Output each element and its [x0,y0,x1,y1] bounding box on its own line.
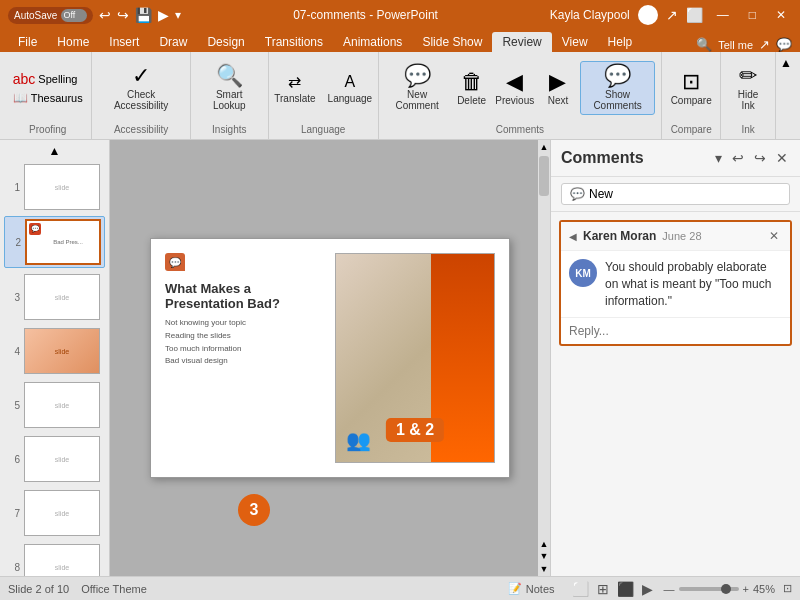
comments-prev-icon[interactable]: ↩ [730,148,746,168]
comments-content: 💬 New Comment 🗑 Delete ◀ Previous ▶ Next… [385,56,656,120]
hide-ink-label: Hide Ink [732,89,764,111]
spelling-label: Spelling [38,73,77,85]
comments-collapse-icon[interactable]: ▾ [713,148,724,168]
reading-view-btn[interactable]: ⬛ [614,580,637,598]
show-comments-btn[interactable]: 💬 Show Comments [580,61,655,115]
autosave-badge[interactable]: AutoSave Off [8,7,93,24]
comment-body: KM You should probably elaborate on what… [561,251,790,317]
tab-slideshow[interactable]: Slide Show [412,32,492,52]
slide-img-8[interactable]: slide [24,544,100,576]
title-bar-left: AutoSave Off ↩ ↪ 💾 ▶ ▾ [8,7,181,24]
language-label: Language [328,93,373,104]
slide-img-4[interactable]: slide [24,328,100,374]
tab-design[interactable]: Design [197,32,254,52]
zoom-minus-btn[interactable]: — [664,583,675,595]
maximize-btn[interactable]: □ [743,6,762,24]
slide-thumb-7[interactable]: 7 slide [4,488,105,538]
comment-reply[interactable] [561,317,790,344]
slide-thumb-4[interactable]: 4 slide [4,326,105,376]
zoom-thumb[interactable] [721,584,731,594]
comments-close-icon[interactable]: ✕ [774,148,790,168]
share-ribbon-icon[interactable]: ↗ [759,37,770,52]
previous-comment-btn[interactable]: ◀ Previous [494,68,536,109]
smart-lookup-icon: 🔍 [216,65,243,87]
comments-next-icon[interactable]: ↪ [752,148,768,168]
reply-input[interactable] [569,324,782,338]
insights-group-label: Insights [212,120,246,135]
comment-close-btn[interactable]: ✕ [766,228,782,244]
tab-home[interactable]: Home [47,32,99,52]
slide-img-5[interactable]: slide [24,382,100,428]
thesaurus-btn[interactable]: 📖 Thesaurus [10,90,86,106]
close-btn[interactable]: ✕ [770,6,792,24]
scroll-next-arrow[interactable]: ▼ [539,550,550,562]
tab-transitions[interactable]: Transitions [255,32,333,52]
new-comment-panel-btn[interactable]: 💬 New [561,183,790,205]
ribbon-collapse[interactable]: ▲ [776,52,796,139]
zoom-slider[interactable] [679,587,739,591]
vertical-scrollbar[interactable]: ▲ ▲ ▼ ▼ [538,140,550,576]
hide-ink-btn[interactable]: ✏ Hide Ink [727,62,769,114]
present-icon[interactable]: ▶ [158,7,169,23]
scroll-prev-arrow[interactable]: ▲ [539,538,550,550]
slide-img-1[interactable]: slide [24,164,100,210]
search-icon[interactable]: 🔍 [696,37,712,52]
ribbon-toggle[interactable]: ⬜ [686,7,703,23]
tell-me-label[interactable]: Tell me [718,39,753,51]
comment-author: Karen Moran [583,229,656,243]
comment-chevron-icon[interactable]: ◀ [569,231,577,242]
next-comment-btn[interactable]: ▶ Next [538,68,578,109]
fit-slide-btn[interactable]: ⊡ [783,582,792,595]
scroll-bottom-arrows: ▲ ▼ ▼ [538,538,550,576]
slide-img-3[interactable]: slide [24,274,100,320]
check-accessibility-btn[interactable]: ✓ Check Accessibility [98,62,183,114]
collapse-icon[interactable]: ▲ [780,56,792,70]
scroll-down-arrow[interactable]: ▼ [538,562,550,576]
slide-img-2[interactable]: 💬 Bad Pres... [25,219,101,265]
tab-view[interactable]: View [552,32,598,52]
slide-thumb-6[interactable]: 6 slide [4,434,105,484]
slide-thumb-3[interactable]: 3 slide [4,272,105,322]
slide-img-6[interactable]: slide [24,436,100,482]
previous-label: Previous [495,95,534,106]
slide-canvas[interactable]: 💬 What Makes a Presentation Bad? Not kno… [150,238,510,478]
scroll-up-arrow[interactable]: ▲ [538,140,550,154]
save-icon[interactable]: 💾 [135,7,152,23]
comment-ribbon-icon[interactable]: 💬 [776,37,792,52]
redo-icon[interactable]: ↪ [117,7,129,23]
compare-btn[interactable]: ⊡ Compare [666,68,717,109]
spelling-btn[interactable]: abc Spelling [10,70,81,88]
tab-file[interactable]: File [8,32,47,52]
tab-review[interactable]: Review [492,32,551,52]
slide-thumb-2[interactable]: 2 💬 Bad Pres... [4,216,105,268]
zoom-plus-btn[interactable]: + [743,583,749,595]
tab-insert[interactable]: Insert [99,32,149,52]
slide-bullets: Not knowing your topic Reading the slide… [165,317,325,368]
share-icon[interactable]: ↗ [666,7,678,23]
comments-header-icons: ▾ ↩ ↪ ✕ [713,148,790,168]
slide-thumb-8[interactable]: 8 slide [4,542,105,576]
thesaurus-label: Thesaurus [31,92,83,104]
normal-view-btn[interactable]: ⬜ [569,580,592,598]
language-btn[interactable]: A Language [323,70,378,107]
notes-btn[interactable]: 📝 Notes [502,581,561,596]
new-comment-btn[interactable]: 💬 New Comment [385,62,450,114]
scroll-thumb[interactable] [539,156,549,196]
tab-draw[interactable]: Draw [149,32,197,52]
undo-icon[interactable]: ↩ [99,7,111,23]
minimize-btn[interactable]: — [711,6,735,24]
translate-btn[interactable]: ⇄ Translate [269,69,320,107]
scroll-up-btn[interactable]: ▲ [4,144,105,158]
autosave-toggle[interactable]: Off [61,9,87,22]
delete-comment-btn[interactable]: 🗑 Delete [452,68,492,109]
smart-lookup-btn[interactable]: 🔍 Smart Lookup [197,62,262,114]
slide-thumb-1[interactable]: 1 slide [4,162,105,212]
tab-animations[interactable]: Animations [333,32,412,52]
slide-sorter-btn[interactable]: ⊞ [594,580,612,598]
slide-thumb-5[interactable]: 5 slide [4,380,105,430]
slide-img-7[interactable]: slide [24,490,100,536]
comment-marker[interactable]: 💬 [165,253,185,271]
tab-help[interactable]: Help [598,32,643,52]
people-silhouette: 👥 [346,428,371,452]
slideshow-btn[interactable]: ▶ [639,580,656,598]
